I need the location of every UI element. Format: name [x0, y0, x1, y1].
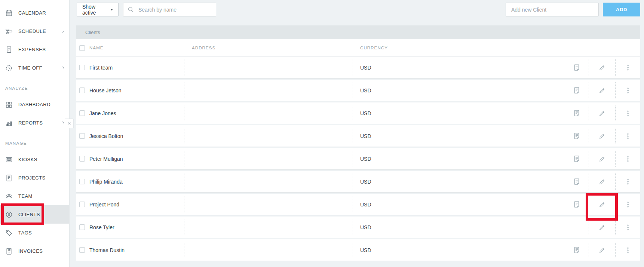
search-input[interactable] — [138, 7, 212, 13]
row-checkbox[interactable] — [79, 224, 85, 230]
sidebar-item-clients[interactable]: CLIENTS — [0, 205, 69, 224]
svg-text:$: $ — [8, 248, 9, 251]
sidebar-item-team[interactable]: TEAM — [0, 187, 69, 205]
kebab-menu-icon[interactable] — [625, 64, 631, 71]
row-checkbox[interactable] — [79, 88, 85, 93]
table-row: Thomas Dustin USD — [76, 239, 640, 261]
sidebar-section-analyze: ANALYZE — [0, 77, 69, 95]
note-icon[interactable] — [573, 87, 580, 94]
kebab-menu-icon[interactable] — [625, 133, 631, 139]
client-address — [184, 171, 353, 192]
client-name: Thomas Dustin — [89, 247, 125, 253]
sidebar-section-manage: MANAGE — [0, 132, 69, 150]
client-address — [184, 125, 353, 147]
add-button[interactable]: ADD — [603, 3, 640, 16]
edit-icon[interactable] — [598, 246, 606, 254]
sidebar-item-reports[interactable]: REPORTS — [0, 114, 69, 132]
header-cell-currency: CURRENCY — [353, 39, 565, 56]
sidebar-item-dashboard[interactable]: DASHBOARD — [0, 95, 69, 114]
edit-icon[interactable] — [598, 110, 606, 117]
row-checkbox[interactable] — [79, 156, 85, 162]
sidebar-collapse-button[interactable] — [65, 119, 74, 128]
kebab-menu-icon[interactable] — [625, 247, 631, 254]
client-address — [184, 80, 353, 101]
time-off-icon — [5, 64, 13, 72]
reports-icon — [5, 119, 13, 127]
client-name: Rose Tyler — [89, 224, 114, 230]
edit-icon[interactable] — [598, 201, 606, 208]
column-header-currency: CURRENCY — [360, 46, 388, 50]
client-address — [184, 239, 353, 261]
table-row: Project Pond USD — [76, 194, 640, 215]
client-name: Peter Mulligan — [89, 156, 123, 162]
table-row: First team USD — [76, 57, 640, 79]
table-row: Jessica Bolton USD — [76, 125, 640, 147]
note-icon[interactable] — [573, 201, 580, 208]
sidebar-item-schedule[interactable]: SCHEDULE — [0, 22, 69, 40]
note-icon[interactable] — [573, 178, 580, 185]
panel-title: Clients — [85, 30, 100, 35]
caret-down-icon — [109, 7, 114, 12]
client-name: Philip Miranda — [89, 179, 123, 185]
calendar-icon — [5, 9, 13, 17]
app: CALENDAR SCHEDULE EXPENSES TIME OFF ANAL… — [0, 0, 644, 267]
edit-icon[interactable] — [598, 178, 606, 185]
note-icon[interactable] — [573, 64, 580, 71]
client-address — [184, 57, 353, 78]
client-currency: USD — [360, 110, 371, 116]
note-icon[interactable] — [573, 155, 580, 163]
header-cell-address: ADDRESS — [184, 39, 353, 56]
sidebar-item-projects[interactable]: PROJECTS — [0, 169, 69, 187]
clients-icon — [5, 211, 13, 218]
table-header-row: NAME ADDRESS CURRENCY — [76, 39, 640, 57]
sidebar-item-kiosks[interactable]: KIOSKS — [0, 150, 69, 169]
table-row: Rose Tyler USD — [76, 217, 640, 238]
sidebar-item-time-off[interactable]: TIME OFF — [0, 59, 69, 77]
note-icon[interactable] — [573, 132, 580, 140]
note-icon[interactable] — [573, 246, 580, 254]
show-more-icon — [5, 266, 13, 267]
client-currency: USD — [360, 202, 371, 208]
select-all-checkbox[interactable] — [79, 45, 85, 51]
edit-icon[interactable] — [598, 224, 606, 231]
row-checkbox[interactable] — [79, 202, 85, 207]
sidebar-item-tags[interactable]: TAGS — [0, 224, 69, 242]
clients-panel: Clients NAME ADDRESS CURRENCY — [76, 25, 640, 262]
kiosks-icon — [5, 156, 13, 163]
client-currency: USD — [360, 156, 371, 162]
client-name: Project Pond — [89, 202, 119, 208]
kebab-menu-icon[interactable] — [625, 201, 631, 208]
edit-icon[interactable] — [598, 87, 606, 94]
kebab-menu-icon[interactable] — [625, 224, 631, 231]
team-icon — [5, 193, 13, 200]
row-checkbox[interactable] — [79, 133, 85, 139]
add-client-input[interactable] — [506, 3, 599, 16]
table-row: Jane Jones USD — [76, 102, 640, 124]
edit-icon[interactable] — [598, 64, 606, 71]
sidebar-item-expenses[interactable]: EXPENSES — [0, 40, 69, 59]
projects-icon — [5, 174, 13, 182]
header-cell-name: NAME — [76, 39, 184, 56]
client-address — [184, 148, 353, 169]
chevron-right-icon — [61, 65, 65, 70]
edit-icon[interactable] — [598, 132, 606, 140]
edit-icon[interactable] — [598, 155, 606, 163]
row-checkbox[interactable] — [79, 179, 85, 184]
chevron-right-icon — [61, 29, 65, 34]
show-active-dropdown[interactable]: Show active — [77, 3, 119, 16]
note-icon[interactable] — [573, 110, 580, 117]
row-checkbox[interactable] — [79, 247, 85, 253]
table-row: House Jetson USD — [76, 80, 640, 101]
kebab-menu-icon[interactable] — [625, 87, 631, 94]
row-checkbox[interactable] — [79, 65, 85, 70]
sidebar-item-calendar[interactable]: CALENDAR — [0, 4, 69, 22]
kebab-menu-icon[interactable] — [625, 178, 631, 185]
kebab-menu-icon[interactable] — [625, 156, 631, 162]
chevrons-left-icon — [67, 121, 71, 126]
sidebar-item-invoices[interactable]: $ INVOICES — [0, 242, 69, 260]
sidebar-item-show-more[interactable]: SHOW MORE — [0, 260, 69, 267]
client-currency: USD — [360, 65, 371, 71]
row-checkbox[interactable] — [79, 110, 85, 116]
schedule-icon — [5, 28, 13, 35]
kebab-menu-icon[interactable] — [625, 110, 631, 117]
